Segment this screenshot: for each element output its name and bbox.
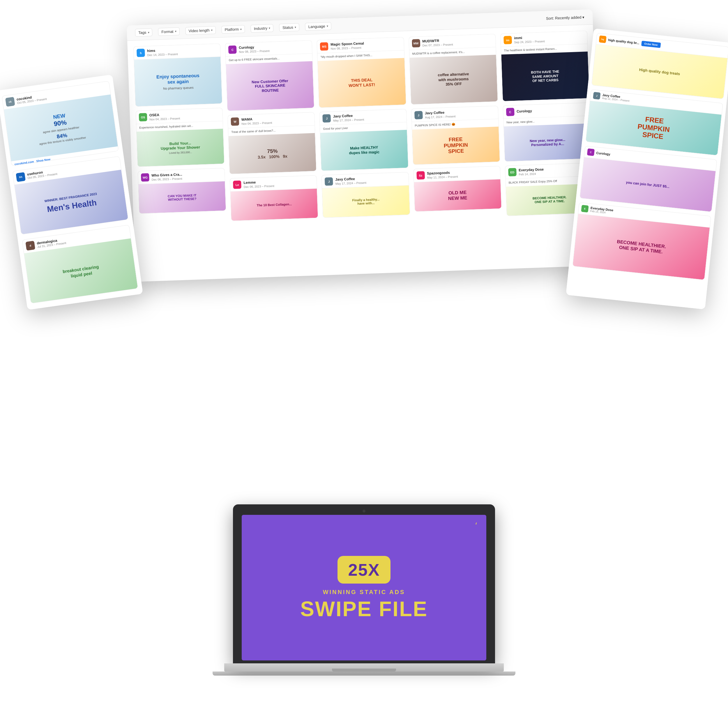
video-length-label: Video length bbox=[188, 28, 210, 33]
ad-image: OLD MENEW ME bbox=[414, 179, 502, 211]
ad-text: OLD MENEW ME bbox=[448, 190, 467, 202]
ad-image: FREEPUMPKINSPICE bbox=[412, 127, 500, 165]
platform-filter[interactable]: Platform ▾ bbox=[221, 25, 245, 34]
brand-icon: C bbox=[506, 108, 515, 116]
screen-badge-text: 25X bbox=[348, 560, 380, 579]
table-row: OS OSEA Nov 04, 2023 – Present Experienc… bbox=[135, 108, 225, 167]
status-filter[interactable]: Status ▾ bbox=[279, 23, 300, 32]
tags-filter[interactable]: Tags ▾ bbox=[135, 28, 153, 37]
brand-icon: Le bbox=[233, 180, 242, 189]
ad-headline: New Customer OfferFULL SKINCAREROUTINE bbox=[252, 79, 289, 93]
ad-text: CAN YOU MAKE ITWITHOUT THESE? bbox=[168, 193, 197, 201]
ad-image: BOTH HAVE THESAME AMOUNTOF NET CARBS bbox=[501, 52, 589, 101]
brand-icon: W bbox=[231, 117, 239, 126]
list-item: d dermalogica Jul 31, 2023 – Present bre… bbox=[22, 225, 138, 303]
chevron-down-icon: ▾ bbox=[211, 29, 212, 32]
list-item: J Javy Coffee Aug 12, 2024 – Present FRE… bbox=[586, 89, 723, 156]
ad-date: Aug 17, 2024 – Present bbox=[425, 115, 456, 119]
table-row: h hims Dec 14, 2023 – Present Enjoy spon… bbox=[133, 43, 222, 107]
brand-icon: WG bbox=[141, 173, 149, 182]
ad-text: you can join for JUST $5... bbox=[626, 180, 670, 189]
chevron-down-icon: ▾ bbox=[240, 28, 242, 31]
brand-name: Curology bbox=[239, 44, 270, 50]
sort-label: Sort: Recently added bbox=[546, 15, 581, 21]
ad-date: Dec 06, 2023 – Present bbox=[151, 177, 182, 181]
ad-headline: Make HEALTHYdupes like magic bbox=[349, 145, 380, 156]
ad-product: breakout clearingliquid peel bbox=[62, 264, 100, 280]
screen-badge: 25X bbox=[338, 556, 390, 584]
ad-image: Enjoy spontaneoussex again No pharmacy q… bbox=[134, 57, 222, 106]
brand-icon: J bbox=[414, 111, 423, 119]
brand-icon: J bbox=[323, 114, 331, 122]
ad-date: Dec 06, 2023 – Present bbox=[244, 184, 274, 188]
brand-name: Who Gives a Cra... bbox=[151, 172, 182, 177]
ad-image: New year, new glow...Personalized by A..… bbox=[504, 124, 592, 161]
table-row: Le Lemme Dec 06, 2023 – Present The 10 B… bbox=[230, 175, 318, 221]
platform-label: Platform bbox=[225, 27, 239, 32]
brand-icon: d bbox=[25, 241, 35, 251]
ad-subtext: No pharmacy queues bbox=[157, 86, 200, 90]
ad-column-4: MW MUD\WTR Dec 07, 2023 – Present MUD\WT… bbox=[408, 34, 504, 266]
brand-icon: h bbox=[136, 49, 145, 57]
chevron-down-icon: ▾ bbox=[295, 26, 296, 29]
table-row: Sz Spazoogoods May 11, 2024 – Present OL… bbox=[413, 166, 502, 212]
brand-name: hims bbox=[147, 48, 178, 53]
scene: ck cocokind Oct 05, 2023 – Present NEW 9… bbox=[0, 0, 728, 728]
panel-left: ck cocokind Oct 05, 2023 – Present NEW 9… bbox=[0, 75, 143, 310]
ad-headline: coffee alternativewith mushrooms35% OFF bbox=[438, 72, 470, 87]
format-filter[interactable]: Format ▾ bbox=[158, 28, 180, 36]
ad-date: Nov 04, 2023 – Present bbox=[242, 121, 272, 125]
ad-date: Dec 07, 2023 – Present bbox=[422, 43, 453, 47]
table-row: C Curology New year, new glow... New yea… bbox=[503, 102, 592, 162]
status-label: Status bbox=[283, 25, 293, 30]
ad-text: New year, new glow...Personalized by A..… bbox=[530, 138, 566, 147]
ad-image: Finally a healthy...have with... bbox=[322, 185, 410, 217]
ad-date: Dec 14, 2023 – Present bbox=[147, 52, 177, 57]
ad-text: The 10 Best Collagen... bbox=[257, 202, 292, 207]
laptop-base bbox=[224, 663, 504, 671]
panel-main: Tags ▾ Format ▾ Video length ▾ Platform … bbox=[127, 9, 601, 281]
brand-icon: C bbox=[228, 46, 237, 54]
language-filter[interactable]: Language ▾ bbox=[305, 22, 331, 31]
brand-icon: J bbox=[593, 92, 601, 99]
brand-name: Magic Spoon Cereal bbox=[330, 41, 364, 46]
ad-text: Finally a healthy...have with... bbox=[352, 197, 380, 205]
ad-headline: Enjoy spontaneoussex again bbox=[156, 72, 200, 85]
ad-date: Feb 14, 2024 bbox=[518, 172, 544, 176]
table-row: MS Magic Spoon Cereal Nov 08, 2023 – Pre… bbox=[317, 37, 406, 108]
brand-name: Javy Coffee bbox=[425, 110, 456, 115]
screen-subtitle: WINNING STATIC ADS bbox=[323, 589, 405, 595]
table-row: C Curology Nov 08, 2023 – Present Get up… bbox=[225, 40, 315, 111]
laptop: ʻ 25X WINNING STATIC ADS SWIPE FILE bbox=[233, 504, 495, 676]
chevron-down-icon: ▾ bbox=[326, 24, 328, 28]
screen-logo: ʻ bbox=[475, 521, 477, 530]
chevron-down-icon: ▾ bbox=[175, 30, 176, 33]
ad-date: May 11, 2024 – Present bbox=[427, 175, 458, 179]
brand-name: high quality dog br... bbox=[608, 38, 639, 45]
brand-name: OSEA bbox=[149, 112, 180, 117]
brand-name: Everyday Dose bbox=[518, 167, 544, 172]
brand-icon: Sz bbox=[416, 171, 425, 180]
video-length-filter[interactable]: Video length ▾ bbox=[185, 26, 216, 35]
ad-image: Make HEALTHYdupes like magic bbox=[320, 130, 408, 171]
table-row: J Javy Coffee May 17, 2024 – Present Fin… bbox=[321, 172, 410, 218]
ad-date: Nov 08, 2023 – Present bbox=[331, 46, 364, 50]
brand-name: Javy Coffee bbox=[333, 113, 364, 118]
ad-date: May 17, 2024 – Present bbox=[333, 118, 364, 122]
cta-button[interactable]: Order Now bbox=[641, 41, 661, 48]
screen-title: SWIPE FILE bbox=[300, 598, 428, 619]
table-row: im immi Sep 24, 2023 – Present The healt… bbox=[500, 31, 590, 101]
ad-headline: BOTH HAVE THESAME AMOUNTOF NET CARBS bbox=[531, 70, 560, 83]
brand-name: Curology bbox=[596, 151, 610, 156]
ad-text: Build Your...Upgrade Your Shower bbox=[161, 141, 200, 151]
panel-right: hq high quality dog br... Order Now High… bbox=[566, 28, 728, 309]
sort-button[interactable]: Sort: Recently added ▾ bbox=[546, 15, 584, 21]
chevron-down-icon: ▾ bbox=[269, 26, 270, 30]
industry-filter[interactable]: Industry ▾ bbox=[251, 24, 274, 33]
ad-date: Sep 24, 2023 – Present bbox=[514, 40, 545, 44]
tags-label: Tags bbox=[138, 30, 147, 35]
laptop-camera bbox=[362, 509, 366, 512]
brand-icon: ED bbox=[508, 168, 517, 176]
ad-image: coffee alternativewith mushrooms35% OFF bbox=[410, 55, 498, 104]
ad-social-proof: Loved by 263,000... bbox=[161, 151, 200, 155]
